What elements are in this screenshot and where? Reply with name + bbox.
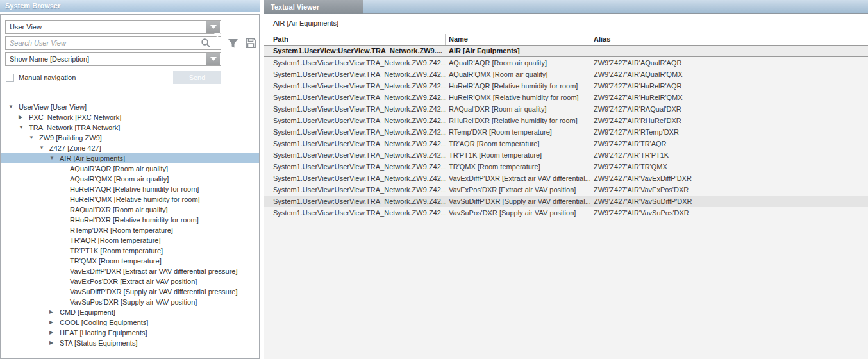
column-header-name[interactable]: Name xyxy=(446,34,590,45)
cell-path: System1.UserView:UserView.TRA_Network.ZW… xyxy=(264,184,446,196)
tree-item[interactable]: ▶COOL [Cooling Equipments] xyxy=(1,317,259,328)
table-row[interactable]: System1.UserView:UserView.TRA_Network.ZW… xyxy=(264,115,868,126)
tree-item-label: PXC_Network [PXC Network] xyxy=(29,112,121,122)
table-row[interactable]: System1.UserView:UserView.TRA_Network.ZW… xyxy=(264,103,868,115)
expand-icon[interactable]: ▶ xyxy=(49,317,57,328)
tree-item[interactable]: RHuRel'DXR [Relative humidity for room] xyxy=(1,215,259,225)
cell-path: System1.UserView:UserView.TRA_Network.ZW… xyxy=(264,115,446,126)
cell-alias: ZW9'Z427'AIR'RTemp'DXR xyxy=(590,126,868,138)
search-icon[interactable] xyxy=(201,38,211,48)
tree-item-label: AIR [Air Equipments] xyxy=(60,153,125,163)
tree-item[interactable]: RAQual'DXR [Room air quality] xyxy=(1,205,259,215)
collapse-icon[interactable]: ▼ xyxy=(49,153,57,163)
tree-item[interactable]: ▼TRA_Network [TRA Network] xyxy=(1,122,259,133)
cell-path: System1.UserView:UserView.TRA_Network.ZW… xyxy=(264,172,446,184)
tree-item[interactable]: ▼AIR [Air Equipments] xyxy=(1,153,259,163)
tree-item-label: HuRelR'QMX [Relative humidity for room] xyxy=(70,194,200,205)
system-browser-panel: System Browser User View Search User Vie… xyxy=(0,0,260,359)
collapse-icon[interactable]: ▼ xyxy=(19,122,26,133)
column-header-alias[interactable]: Alias xyxy=(590,34,868,45)
tree-item[interactable]: VavSuPos'DXR [Supply air VAV position] xyxy=(1,297,259,307)
view-selector-dropdown-button[interactable] xyxy=(206,21,220,33)
cell-name: VavExPos'DXR [Extract air VAV position] xyxy=(446,184,590,196)
tree-item[interactable]: ▼Z427 [Zone 427] xyxy=(1,143,259,153)
tree-item[interactable]: ▶PXC_Network [PXC Network] xyxy=(1,112,259,122)
tab-textual-viewer[interactable]: Textual Viewer xyxy=(264,0,363,14)
chevron-down-icon xyxy=(210,57,217,61)
tree-item-label: TR'QMX [Room temperature] xyxy=(70,256,162,266)
cell-path: System1.UserView:UserView.TRA_Network.ZW… xyxy=(264,149,446,161)
display-mode-value: Show Name [Description] xyxy=(10,55,89,63)
tree-item[interactable]: VavExDiffP'DXR [Extract air VAV differen… xyxy=(1,266,259,276)
tree-item[interactable]: ▼ZW9 [Building ZW9] xyxy=(1,133,259,143)
cell-name: VavExDiffP'DXR [Extract air VAV differen… xyxy=(446,172,590,184)
cell-path: System1.UserView:UserView.TRA_Network.ZW… xyxy=(264,138,446,149)
table-row[interactable]: System1.UserView:UserView.TRA_Network.ZW… xyxy=(264,196,868,207)
cell-path: System1.UserView:UserView.TRA_Network.ZW… xyxy=(264,103,446,115)
manual-navigation-checkbox[interactable] xyxy=(6,74,14,82)
tree-item[interactable]: AQualR'AQR [Room air quality] xyxy=(1,163,259,174)
table-row[interactable]: System1.UserView:UserView.TRA_Network.ZW… xyxy=(264,138,868,149)
table-row[interactable]: System1.UserView:UserView.TRA_Network.ZW… xyxy=(264,184,868,196)
table-row[interactable]: System1.UserView:UserView.TRA_Network.ZW… xyxy=(264,45,868,57)
table-row[interactable]: System1.UserView:UserView.TRA_Network.ZW… xyxy=(264,149,868,161)
tree-item-label: CMD [Equipment] xyxy=(60,307,115,317)
send-button[interactable]: Send xyxy=(173,71,221,84)
tree-item[interactable]: ▶CMD [Equipment] xyxy=(1,307,259,317)
manual-navigation-label: Manual navigation xyxy=(19,74,76,81)
expand-icon[interactable]: ▶ xyxy=(49,328,57,338)
tree-item-label: RAQual'DXR [Room air quality] xyxy=(70,205,168,215)
column-header-path[interactable]: Path xyxy=(264,34,446,45)
table-row[interactable]: System1.UserView:UserView.TRA_Network.ZW… xyxy=(264,126,868,138)
table-row[interactable]: System1.UserView:UserView.TRA_Network.ZW… xyxy=(264,92,868,103)
tree-item[interactable]: ▶HEAT [Heating Equipments] xyxy=(1,328,259,338)
chevron-down-icon xyxy=(214,33,221,48)
collapse-icon[interactable]: ▼ xyxy=(39,143,47,153)
collapse-icon[interactable]: ▼ xyxy=(29,133,37,143)
table-row[interactable]: System1.UserView:UserView.TRA_Network.ZW… xyxy=(264,161,868,172)
tree-item[interactable]: ▶STA [Status Equipments] xyxy=(1,338,259,348)
tree-item[interactable]: HuRelR'AQR [Relative humidity for room] xyxy=(1,184,259,194)
tree-item-label: COOL [Cooling Equipments] xyxy=(60,317,148,328)
search-input[interactable]: Search User View xyxy=(5,36,221,50)
chevron-down-icon xyxy=(210,25,217,29)
cell-alias: ZW9'Z427'AIR'TR'AQR xyxy=(590,138,868,149)
table-row[interactable]: System1.UserView:UserView.TRA_Network.ZW… xyxy=(264,207,868,219)
system-tree: ▼UserView [User View]▶PXC_Network [PXC N… xyxy=(1,102,259,358)
tree-item[interactable]: AQualR'QMX [Room air quality] xyxy=(1,174,259,184)
tree-item[interactable]: TR'AQR [Room temperature] xyxy=(1,235,259,246)
tree-item[interactable]: VavSuDiffP'DXR [Supply air VAV different… xyxy=(1,287,259,297)
tree-item-label: STA [Status Equipments] xyxy=(60,338,137,348)
tree-item-label: VavSuPos'DXR [Supply air VAV position] xyxy=(70,297,197,307)
table-row[interactable]: System1.UserView:UserView.TRA_Network.ZW… xyxy=(264,172,868,184)
display-mode-combobox[interactable]: Show Name [Description] xyxy=(5,52,221,66)
tree-item[interactable]: HuRelR'QMX [Relative humidity for room] xyxy=(1,194,259,205)
cell-name: AQualR'QMX [Room air quality] xyxy=(446,69,590,80)
manual-navigation-row: Manual navigation Send xyxy=(6,71,259,84)
table-row[interactable]: System1.UserView:UserView.TRA_Network.ZW… xyxy=(264,69,868,80)
tree-item[interactable]: RTemp'DXR [Room temperature] xyxy=(1,225,259,235)
table-row[interactable]: System1.UserView:UserView.TRA_Network.ZW… xyxy=(264,80,868,92)
table-header: Path Name Alias xyxy=(264,34,868,45)
viewer-tabstrip: Textual Viewer xyxy=(264,0,868,14)
search-dropdown-button[interactable] xyxy=(214,37,221,49)
expand-icon[interactable]: ▶ xyxy=(19,112,26,122)
cell-alias: ZW9'Z427'AIR'AQualR'AQR xyxy=(590,57,868,69)
cell-path: System1.UserView:UserView.TRA_Network.ZW… xyxy=(264,92,446,103)
filter-icon[interactable] xyxy=(227,37,239,49)
tree-item[interactable]: VavExPos'DXR [Extract air VAV position] xyxy=(1,276,259,287)
cell-path: System1.UserView:UserView.TRA_Network.ZW… xyxy=(264,69,446,80)
view-selector-combobox[interactable]: User View xyxy=(5,20,221,34)
tree-item[interactable]: ▼UserView [User View] xyxy=(1,102,259,112)
tree-item[interactable]: TR'QMX [Room temperature] xyxy=(1,256,259,266)
expand-icon[interactable]: ▶ xyxy=(49,338,57,348)
save-icon[interactable] xyxy=(245,37,256,49)
cell-alias: ZW9'Z427'AIR'VavExDiffP'DXR xyxy=(590,172,868,184)
cell-name: TR'AQR [Room temperature] xyxy=(446,138,590,149)
display-mode-dropdown-button[interactable] xyxy=(206,53,220,65)
cell-name: RAQual'DXR [Room air quality] xyxy=(446,103,590,115)
table-row[interactable]: System1.UserView:UserView.TRA_Network.ZW… xyxy=(264,57,868,69)
expand-icon[interactable]: ▶ xyxy=(49,307,57,317)
collapse-icon[interactable]: ▼ xyxy=(8,102,16,112)
tree-item[interactable]: TR'PT1K [Room temperature] xyxy=(1,246,259,256)
